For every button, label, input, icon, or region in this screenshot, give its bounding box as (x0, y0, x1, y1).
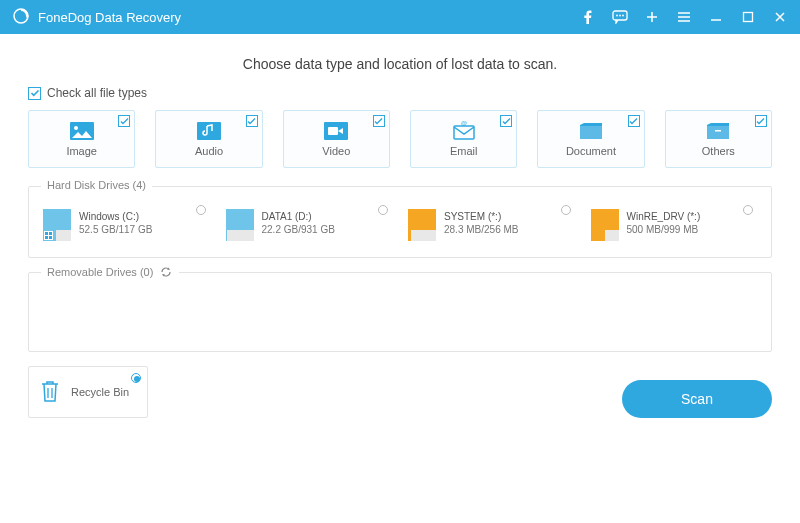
svg-rect-20 (45, 236, 48, 239)
check-all-row[interactable]: Check all file types (28, 86, 772, 100)
removable-legend: Removable Drives (0) (41, 265, 179, 279)
svg-rect-16 (715, 130, 721, 132)
drive-radio[interactable] (378, 205, 388, 215)
type-label: Image (66, 145, 97, 157)
email-icon: @ (451, 121, 477, 141)
drive-info: WinRE_DRV (*:) 500 MB/999 MB (627, 209, 701, 241)
trash-icon (39, 378, 61, 407)
close-icon[interactable] (772, 9, 788, 25)
drive-name: WinRE_DRV (*:) (627, 211, 701, 222)
drive-size: 52.5 GB/117 GB (79, 224, 152, 235)
drive-icon (591, 209, 619, 241)
titlebar: FoneDog Data Recovery (0, 0, 800, 34)
recycle-bin-card[interactable]: Recycle Bin (28, 366, 148, 418)
plus-icon[interactable] (644, 9, 660, 25)
drive-name: DATA1 (D:) (262, 211, 335, 222)
type-audio-checkbox[interactable] (246, 115, 258, 127)
drive-icon (43, 209, 71, 241)
drive-name: Windows (C:) (79, 211, 152, 222)
type-video[interactable]: Video (283, 110, 390, 168)
type-email[interactable]: @ Email (410, 110, 517, 168)
type-image-checkbox[interactable] (118, 115, 130, 127)
type-document-checkbox[interactable] (628, 115, 640, 127)
type-label: Email (450, 145, 478, 157)
page-headline: Choose data type and location of lost da… (28, 56, 772, 72)
hdd-section: Hard Disk Drives (4) Windows (C:) 52.5 G… (28, 186, 772, 258)
svg-rect-12 (454, 126, 474, 139)
svg-rect-6 (744, 13, 753, 22)
svg-point-4 (619, 15, 621, 17)
drive-item[interactable]: Windows (C:) 52.5 GB/117 GB (41, 205, 212, 245)
svg-text:@: @ (461, 121, 467, 126)
type-image[interactable]: Image (28, 110, 135, 168)
drive-radio[interactable] (561, 205, 571, 215)
drive-item[interactable]: SYSTEM (*:) 28.3 MB/256 MB (406, 205, 577, 245)
svg-point-3 (616, 15, 618, 17)
facebook-icon[interactable] (580, 9, 596, 25)
window-controls (580, 9, 788, 25)
svg-rect-18 (45, 232, 48, 235)
logo-icon (12, 7, 30, 28)
hdd-legend: Hard Disk Drives (4) (41, 179, 152, 191)
refresh-icon[interactable] (159, 265, 173, 279)
image-icon (69, 121, 95, 141)
recycle-label: Recycle Bin (71, 386, 129, 398)
drive-icon (226, 209, 254, 241)
check-all-label: Check all file types (47, 86, 147, 100)
svg-point-8 (74, 126, 78, 130)
svg-rect-15 (707, 126, 729, 139)
removable-legend-text: Removable Drives (0) (47, 266, 153, 278)
check-all-checkbox[interactable] (28, 87, 41, 100)
minimize-icon[interactable] (708, 9, 724, 25)
drive-radio[interactable] (743, 205, 753, 215)
drive-item[interactable]: DATA1 (D:) 22.2 GB/931 GB (224, 205, 395, 245)
drive-icon (408, 209, 436, 241)
svg-rect-21 (49, 236, 52, 239)
document-icon (578, 121, 604, 141)
drive-size: 500 MB/999 MB (627, 224, 701, 235)
app-title: FoneDog Data Recovery (38, 10, 181, 25)
svg-point-5 (622, 15, 624, 17)
type-label: Audio (195, 145, 223, 157)
type-label: Document (566, 145, 616, 157)
video-icon (323, 121, 349, 141)
type-others-checkbox[interactable] (755, 115, 767, 127)
type-email-checkbox[interactable] (500, 115, 512, 127)
svg-rect-14 (580, 126, 602, 139)
drive-radio[interactable] (196, 205, 206, 215)
removable-section: Removable Drives (0) (28, 272, 772, 352)
app-logo: FoneDog Data Recovery (12, 7, 181, 28)
svg-rect-19 (49, 232, 52, 235)
removable-body (41, 291, 759, 339)
drive-size: 28.3 MB/256 MB (444, 224, 518, 235)
scan-button[interactable]: Scan (622, 380, 772, 418)
file-types-row: Image Audio Video @ Email Document Other… (28, 110, 772, 168)
type-video-checkbox[interactable] (373, 115, 385, 127)
svg-rect-9 (197, 122, 221, 140)
drive-info: DATA1 (D:) 22.2 GB/931 GB (262, 209, 335, 241)
type-audio[interactable]: Audio (155, 110, 262, 168)
type-document[interactable]: Document (537, 110, 644, 168)
type-others[interactable]: Others (665, 110, 772, 168)
svg-rect-11 (328, 127, 338, 135)
maximize-icon[interactable] (740, 9, 756, 25)
type-label: Video (322, 145, 350, 157)
drive-size: 22.2 GB/931 GB (262, 224, 335, 235)
type-label: Others (702, 145, 735, 157)
drive-info: Windows (C:) 52.5 GB/117 GB (79, 209, 152, 241)
recycle-radio[interactable] (131, 373, 141, 383)
drive-name: SYSTEM (*:) (444, 211, 518, 222)
drive-info: SYSTEM (*:) 28.3 MB/256 MB (444, 209, 518, 241)
menu-icon[interactable] (676, 9, 692, 25)
drive-item[interactable]: WinRE_DRV (*:) 500 MB/999 MB (589, 205, 760, 245)
others-icon (705, 121, 731, 141)
feedback-icon[interactable] (612, 9, 628, 25)
audio-icon (196, 121, 222, 141)
